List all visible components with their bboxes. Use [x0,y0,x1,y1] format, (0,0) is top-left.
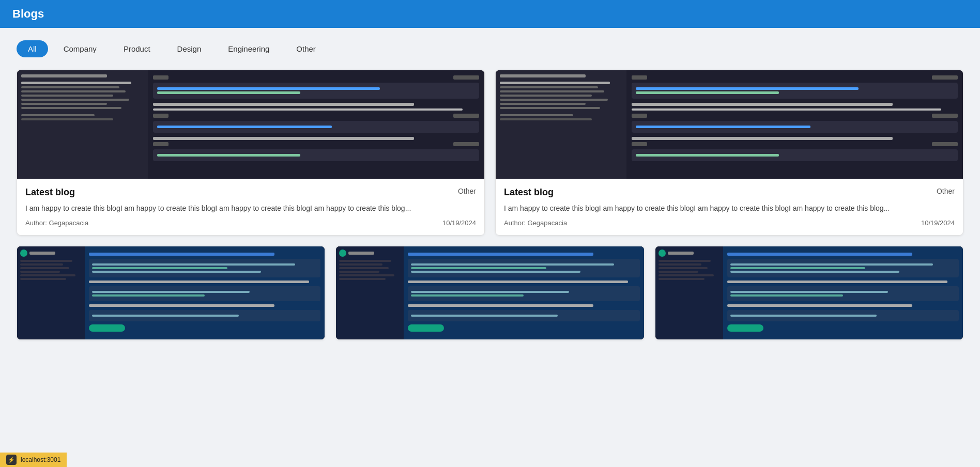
header-bar: Blogs [0,0,980,28]
blog-card-2-meta: Author: Gegapacacia 10/19/2024 [504,219,955,227]
blog-card-1-meta: Author: Gegapacacia 10/19/2024 [25,219,476,227]
blog-card-1[interactable]: Latest blog Other I am happy to create t… [17,70,485,236]
page-title: Blogs [12,7,968,21]
status-url: localhost:3001 [21,456,60,463]
blog-card-2-date: 10/19/2024 [921,219,955,227]
blog-card-1-image [17,70,484,179]
filter-tabs: All Company Product Design Engineering O… [17,40,963,57]
blog-card-2-excerpt: I am happy to create this blogI am happy… [504,203,955,214]
status-icon: ⚡ [6,455,17,465]
blog-card-3[interactable] [17,246,325,340]
tab-design[interactable]: Design [166,40,213,57]
blog-card-2-title: Latest blog [504,187,554,198]
main-content: All Company Product Design Engineering O… [0,28,980,352]
blog-card-4-image [336,246,644,339]
blog-card-2-body: Latest blog Other I am happy to create t… [496,179,963,235]
tab-product[interactable]: Product [112,40,162,57]
status-bar: ⚡ localhost:3001 [0,453,67,467]
bottom-blog-grid [17,246,963,340]
blog-card-4[interactable] [335,246,644,340]
top-blog-grid: Latest blog Other I am happy to create t… [17,70,963,236]
tab-engineering[interactable]: Engineering [217,40,281,57]
blog-card-2-author: Author: Gegapacacia [504,219,567,227]
tab-other[interactable]: Other [285,40,327,57]
blog-card-2-category: Other [937,187,955,195]
blog-card-5[interactable] [655,246,963,340]
tab-all[interactable]: All [17,40,48,57]
blog-card-1-category: Other [458,187,476,195]
blog-card-2-image [496,70,963,179]
blog-card-1-author: Author: Gegapacacia [25,219,88,227]
blog-card-2[interactable]: Latest blog Other I am happy to create t… [495,70,963,236]
blog-card-1-date: 10/19/2024 [442,219,476,227]
blog-card-1-excerpt: I am happy to create this blogI am happy… [25,203,476,214]
tab-company[interactable]: Company [52,40,108,57]
blog-card-1-body: Latest blog Other I am happy to create t… [17,179,484,235]
blog-card-1-title: Latest blog [25,187,75,198]
blog-card-3-image [17,246,325,339]
blog-card-5-image [655,246,963,339]
